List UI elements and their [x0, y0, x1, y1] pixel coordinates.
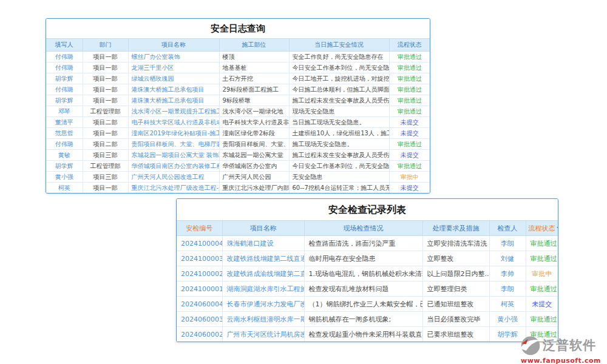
log-row: 付伟璐 项目二部 贵阳项目样板间、大堂、电梯厅装修工程 贵阳项目样板间、大堂、.…	[46, 139, 430, 150]
check-no-link[interactable]: 2024060004	[181, 300, 222, 308]
fanpu-logo-icon	[520, 334, 541, 356]
filter-dropdown-icon[interactable]	[557, 227, 558, 230]
project-link[interactable]: 潼南区2019年绿化补贴项目-施工2标段	[132, 130, 220, 136]
check-no-link[interactable]: 2024100003	[181, 255, 222, 263]
writer-link[interactable]: 黄小强	[55, 174, 73, 180]
inspector-link[interactable]: 胡学辉	[498, 331, 518, 339]
writer-link[interactable]: 范思哲	[55, 130, 73, 136]
col-header-check-no: 安检编号	[177, 221, 222, 236]
project-link[interactable]: 广州天河人民公园改造工程	[132, 174, 205, 180]
project-link[interactable]: 改建铁路成渝线增建第二直...	[227, 270, 305, 278]
status-link[interactable]: 审批通过	[398, 64, 422, 71]
check-no-link[interactable]: 2024060003	[181, 315, 222, 323]
status-link[interactable]: 未提交	[401, 184, 419, 191]
writer-link[interactable]: 胡学辉	[55, 75, 73, 82]
project-link[interactable]: 长春市伊通河水力发电厂改...	[227, 300, 305, 308]
part-cell: 楼顶	[219, 52, 289, 62]
check-no-link[interactable]: 2024100001	[181, 285, 222, 293]
project-link[interactable]: 广州市天河区统计局机房改...	[227, 331, 305, 339]
project-link[interactable]: 华侨城项目南区办公室内装修工程	[132, 163, 220, 169]
writer-link[interactable]: 胡学辉	[55, 163, 73, 169]
writer-link[interactable]: 董清平	[55, 119, 73, 126]
writer-link[interactable]: 付伟璐	[55, 64, 73, 71]
status-link[interactable]: 审批通过	[398, 163, 422, 169]
dept-cell: 工程管理部	[83, 161, 128, 172]
project-link[interactable]: 港珠澳大桥施工总承包项目	[132, 86, 205, 93]
part-cell: 贵阳项目样板间、大堂、...	[219, 139, 289, 150]
safety-cell: 60--7挖机4台运转正常；施工人员无违章...	[289, 183, 389, 194]
check-row: 2024100003 改建铁路线增建第二线直通... 临时用电存在安全隐患 立即…	[177, 251, 558, 266]
status-link[interactable]: 未提交	[532, 300, 552, 308]
inspector-link[interactable]: 黄小强	[498, 315, 518, 323]
status-link[interactable]: 审批中	[532, 270, 552, 278]
status-link[interactable]: 审批通过	[398, 75, 422, 82]
col-header-part: 施工部位	[219, 39, 289, 52]
status-link[interactable]: 审批通过	[398, 86, 422, 93]
writer-link[interactable]: 付伟璐	[55, 141, 73, 147]
col-header-safety: 当日施工安全情况	[289, 39, 389, 52]
check-row: 2024100004 珠海鹤港口建设 检查路面清洗，路面污染严重 立即安排清洗车…	[177, 236, 558, 251]
writer-link[interactable]: 邓琴	[58, 108, 70, 115]
status-link[interactable]: 审批通过	[531, 240, 557, 248]
safety-cell: 今日工地开工，旋挖机进场，对旋挖机...	[289, 73, 389, 84]
project-link[interactable]: 绿城云栖玫瑰园	[132, 75, 174, 82]
measures-cell: 已要求班组整改	[422, 327, 489, 342]
status-link[interactable]: 审批通过	[531, 255, 557, 263]
check-header-row: 安检编号 项目名称 现场检查情况 处理要求及措施 检查人 流程状态	[177, 221, 558, 236]
status-link[interactable]: 审批通过	[398, 141, 422, 147]
status-link[interactable]: 审批通过	[531, 285, 557, 293]
status-link[interactable]: 审批通过	[398, 53, 422, 60]
writer-link[interactable]: 柯英	[58, 184, 70, 191]
check-no-link[interactable]: 2024100004	[181, 240, 222, 248]
project-link[interactable]: 珠海鹤港口建设	[227, 240, 274, 248]
part-cell: 9标段桥墩	[219, 95, 289, 106]
project-link[interactable]: 湖南洞庭湖水库引水工程施...	[227, 285, 305, 293]
safety-cell: 今日施工总体顺利，但施工人员脚面烫伤	[289, 84, 389, 95]
part-cell: 土石方开挖	[219, 73, 289, 84]
status-link[interactable]: 未提交	[401, 152, 419, 158]
measures-cell: 以上问题限2日内整...	[422, 266, 489, 281]
inspector-link[interactable]: 李帅	[501, 270, 514, 278]
project-link[interactable]: 港珠澳大桥施工总承包项目	[132, 97, 205, 104]
writer-link[interactable]: 付伟璐	[55, 86, 73, 93]
writer-link[interactable]: 黄敏	[58, 152, 70, 158]
status-link[interactable]: 审批中	[401, 174, 419, 180]
safety-log-title: 安全日志查询	[46, 19, 430, 38]
project-link[interactable]: 云南水利枢纽潜明水库一期...	[227, 315, 305, 323]
col-header-status-filter[interactable]: 流程状态	[526, 221, 558, 236]
status-link[interactable]: 审批通过	[398, 108, 422, 115]
inspection-cell: （1）钢筋绑扎作业三人未戴安全帽，已通知...	[304, 297, 422, 312]
project-link[interactable]: 东城花园一期项目公寓大堂 装饰工程	[132, 152, 220, 158]
status-link[interactable]: 未提交	[401, 119, 419, 126]
safety-cell: 当日施工现场无安全隐患。	[289, 117, 389, 128]
inspector-link[interactable]: 李朗	[501, 285, 514, 293]
log-row: 范思哲 项目一部 潼南区2019年绿化补贴项目-施工2标段 潼南区绿化带2标段 …	[46, 128, 430, 139]
part-cell: 电子科技大学人行道及非...	[219, 117, 289, 128]
inspector-link[interactable]: 李朗	[501, 240, 514, 248]
project-link[interactable]: 重庆江北污水处理厂级改造工程-道路修复	[132, 184, 220, 191]
project-link[interactable]: 螺丝厂办公室装饰	[132, 53, 180, 60]
project-link[interactable]: 贵阳项目样板间、大堂、电梯厅装修工程	[132, 141, 220, 147]
log-row: 付伟璐 项目一部 龙湖三千里小区 地基基桩 今日安全工作基本到位，尚无安全隐患.…	[46, 62, 430, 73]
status-link[interactable]: 审批通过	[531, 315, 557, 323]
writer-link[interactable]: 付伟璐	[55, 53, 73, 60]
safety-cell: 今日安全工作基本到位，尚无安全隐患...	[289, 62, 389, 73]
col-header-status-label: 流程状态	[529, 224, 555, 232]
project-link[interactable]: 龙湖三千里小区	[132, 64, 174, 71]
check-no-link[interactable]: 2024060002	[181, 331, 222, 339]
inspection-cell: 钢筋机械存在一闸多机现象;	[304, 312, 422, 327]
log-row: 付伟璐 项目一部 港珠澳大桥施工总承包项目 29标段桥面工程施工 今日施工总体顺…	[46, 84, 430, 95]
project-link[interactable]: 电子科技大学区域人行道及非机动车道工程	[132, 119, 220, 126]
part-cell: 重庆江北污水处理厂内部...	[219, 183, 289, 194]
project-link[interactable]: 浅水湾小区一期景观提升工程施工	[132, 108, 220, 115]
inspector-link[interactable]: 柯英	[501, 300, 514, 308]
status-link[interactable]: 审批通过	[398, 97, 422, 104]
status-link[interactable]: 未提交	[401, 130, 419, 136]
inspector-link[interactable]: 刘健	[501, 255, 514, 263]
check-no-link[interactable]: 2024100002	[181, 270, 222, 278]
project-link[interactable]: 改建铁路线增建第二线直通...	[227, 255, 305, 263]
log-row: 董清平 项目二部 电子科技大学区域人行道及非机动车道工程 电子科技大学人行道及非…	[46, 117, 430, 128]
safety-cell: 现场无安全隐患	[289, 106, 389, 117]
writer-link[interactable]: 胡学辉	[55, 97, 73, 104]
safety-check-title: 安全检查记录列表	[177, 199, 558, 220]
